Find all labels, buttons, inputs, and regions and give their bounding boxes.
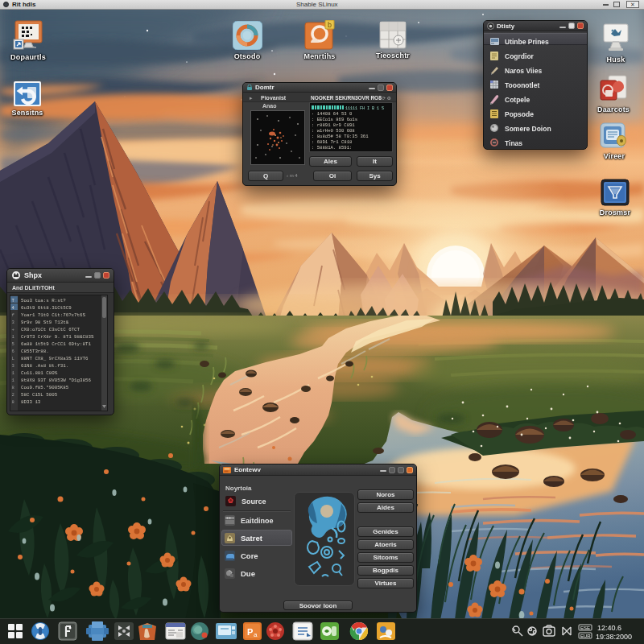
svg-text:9r9v 98 St9 T13t&: 9r9v 98 St9 T13t& — [21, 320, 69, 325]
svg-text:6: 6 — [12, 349, 14, 354]
svg-text:ESE: ESE — [580, 625, 590, 630]
svg-text:8: 8 — [12, 385, 14, 390]
svg-text:: EECo1s 869 6o1s: : EECo1s 869 6o1s — [312, 117, 357, 122]
svg-text:Tinas: Tinas — [505, 139, 522, 147]
svg-text:3: 3 — [12, 363, 14, 369]
svg-text:Tooonotlet: Tooonotlet — [505, 81, 539, 89]
svg-text:Naros Viies: Naros Viies — [505, 67, 542, 75]
svg-text:88NT CX8_ 9rCX8a3S 11VT6: 88NT CX8_ 9rCX8a3S 11VT6 — [21, 356, 89, 361]
svg-text:: 58881A. 8591:: : 58881A. 8591: — [312, 145, 352, 151]
svg-text:8D33 13: 8D33 13 — [21, 399, 41, 405]
svg-text:3: 3 — [12, 320, 14, 325]
svg-text:Cu11.881 C80%: Cu11.881 C80% — [21, 370, 58, 376]
svg-text:Cogrdior: Cogrdior — [505, 52, 535, 60]
svg-text:5oo3 toa:s R:st?: 5oo3 toa:s R:st? — [21, 298, 66, 303]
svg-text:6a88 1t5t9 CrCC1 69ty:8T1: 6a88 1t5t9 CrCC1 69ty:8T1 — [21, 341, 91, 347]
svg-text:19:38:2000: 19:38:2000 — [596, 633, 632, 641]
svg-text:58C C15L 5005: 58C C15L 5005 — [21, 392, 58, 398]
svg-text:· 14408 64 53 0: · 14408 64 53 0 — [312, 111, 353, 117]
svg-text:: r8891 8r9 C891: : r8891 8r9 C891 — [312, 122, 355, 128]
svg-text:C855T3r88.: C855T3r88. — [21, 349, 49, 354]
svg-text:: 6891 7r1 C818: : 6891 7r1 C818 — [312, 139, 352, 145]
svg-text:Utinbe Prines: Utinbe Prines — [505, 38, 549, 46]
svg-text:Cotpele: Cotpele — [505, 96, 530, 104]
svg-text:5: 5 — [12, 341, 14, 347]
svg-text:Somere Doion: Somere Doion — [505, 125, 551, 133]
svg-text:P: P — [247, 627, 253, 637]
svg-text:f: f — [12, 312, 14, 318]
svg-text:6u3t9 6tt8.31Ct5C9: 6u3t9 6tt8.31Ct5C9 — [21, 305, 72, 311]
svg-text:Yoar1 71t0 C1t:76?x7t6S: Yoar1 71t0 C1t:76?x7t6S — [21, 312, 86, 318]
svg-text:61N8 .As8 8t.f31.: 61N8 .As8 8t.f31. — [21, 363, 68, 369]
svg-text:CX0:o71Ct C3sCtC 6TCT: CX0:o71Ct C3sCtC 6TCT — [21, 327, 80, 332]
svg-text:Cr9T3 CrX8r 9. 8T1 98&C83S: Cr9T3 CrX8r 9. 8T1 98&C83S — [21, 334, 94, 340]
svg-text:12:40.6: 12:40.6 — [597, 624, 621, 632]
svg-text:Popsode: Popsode — [505, 110, 534, 118]
svg-text:2: 2 — [12, 392, 14, 398]
svg-text:L: L — [12, 356, 14, 361]
svg-text:EUR: EUR — [580, 634, 591, 638]
svg-text:+: + — [12, 327, 14, 332]
svg-text:: 8o8d5# 58 T0:35 361: : 8o8d5# 58 T0:35 361 — [312, 134, 369, 139]
svg-text:a: a — [254, 631, 258, 638]
svg-text:b: b — [328, 21, 332, 29]
svg-text:: w1rHe0 530 608: : w1rHe0 530 608 — [312, 128, 355, 134]
svg-text:8: 8 — [12, 399, 14, 405]
svg-text:Coo9.f85."9005K85: Coo9.f85."9005K85 — [21, 385, 69, 390]
svg-text:8t8X8 93T 8V053W "D1g3856: 8t8X8 93T 8V053W "D1g3856 — [21, 378, 91, 383]
